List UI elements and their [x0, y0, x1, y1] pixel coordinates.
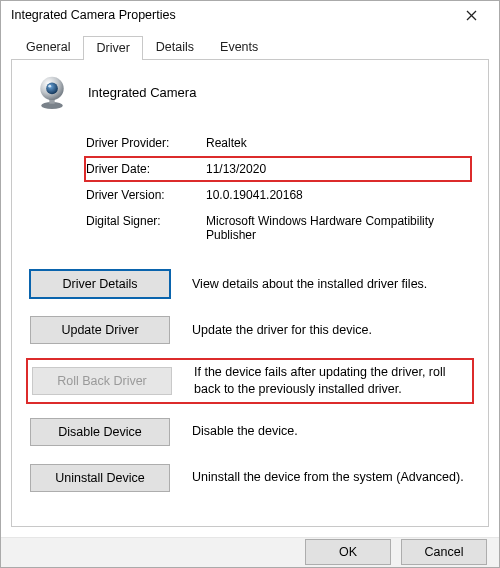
svg-point-5 [46, 83, 58, 95]
svg-point-6 [48, 85, 51, 88]
signer-value: Microsoft Windows Hardware Compatibility… [206, 214, 470, 242]
info-row-signer: Digital Signer: Microsoft Windows Hardwa… [86, 208, 470, 248]
signer-label: Digital Signer: [86, 214, 206, 242]
driver-details-desc: View details about the installed driver … [192, 276, 470, 293]
disable-device-button[interactable]: Disable Device [30, 418, 170, 446]
titlebar: Integrated Camera Properties [1, 1, 499, 29]
driver-info: Driver Provider: Realtek Driver Date: 11… [86, 130, 470, 248]
action-row-uninstall: Uninstall Device Uninstall the device fr… [30, 464, 470, 492]
update-driver-button[interactable]: Update Driver [30, 316, 170, 344]
close-icon [466, 10, 477, 21]
action-row-rollback: Roll Back Driver If the device fails aft… [26, 358, 474, 404]
roll-back-driver-desc: If the device fails after updating the d… [194, 364, 468, 398]
tab-events[interactable]: Events [207, 35, 271, 59]
info-row-date: Driver Date: 11/13/2020 [84, 156, 472, 182]
tab-strip: General Driver Details Events [13, 35, 489, 59]
update-driver-desc: Update the driver for this device. [192, 322, 470, 339]
disable-device-desc: Disable the device. [192, 423, 470, 440]
action-row-details: Driver Details View details about the in… [30, 270, 470, 298]
ok-button[interactable]: OK [305, 539, 391, 565]
tab-general[interactable]: General [13, 35, 83, 59]
camera-icon [34, 74, 70, 110]
version-label: Driver Version: [86, 188, 206, 202]
dialog-footer: OK Cancel [1, 537, 499, 567]
uninstall-device-button[interactable]: Uninstall Device [30, 464, 170, 492]
info-row-provider: Driver Provider: Realtek [86, 130, 470, 156]
version-value: 10.0.19041.20168 [206, 188, 470, 202]
properties-window: Integrated Camera Properties General Dri… [0, 0, 500, 568]
window-title: Integrated Camera Properties [11, 8, 451, 22]
roll-back-driver-button: Roll Back Driver [32, 367, 172, 395]
device-header: Integrated Camera [34, 74, 470, 110]
date-value: 11/13/2020 [206, 162, 470, 176]
provider-value: Realtek [206, 136, 470, 150]
tab-driver[interactable]: Driver [83, 36, 142, 60]
tab-details[interactable]: Details [143, 35, 207, 59]
action-row-update: Update Driver Update the driver for this… [30, 316, 470, 344]
action-row-disable: Disable Device Disable the device. [30, 418, 470, 446]
driver-details-button[interactable]: Driver Details [30, 270, 170, 298]
tab-panel-driver: Integrated Camera Driver Provider: Realt… [11, 59, 489, 527]
close-button[interactable] [451, 1, 491, 29]
date-label: Driver Date: [86, 162, 206, 176]
cancel-button[interactable]: Cancel [401, 539, 487, 565]
device-name: Integrated Camera [88, 85, 196, 100]
driver-actions: Driver Details View details about the in… [30, 270, 470, 492]
client-area: General Driver Details Events [1, 29, 499, 537]
uninstall-device-desc: Uninstall the device from the system (Ad… [192, 469, 470, 486]
provider-label: Driver Provider: [86, 136, 206, 150]
info-row-version: Driver Version: 10.0.19041.20168 [86, 182, 470, 208]
